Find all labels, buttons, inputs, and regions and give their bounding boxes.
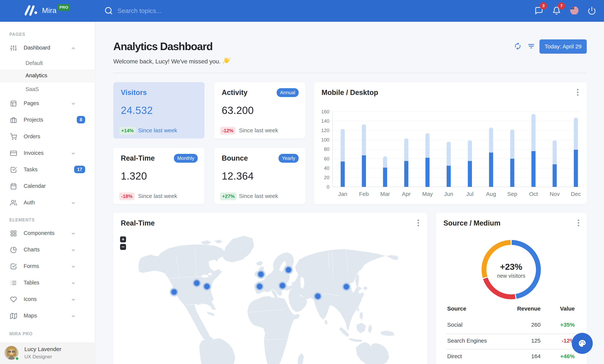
svg-text:20: 20 (324, 175, 329, 180)
svg-text:May: May (422, 191, 433, 197)
svg-text:Jun: Jun (444, 191, 453, 197)
svg-text:Aug: Aug (486, 191, 496, 197)
svg-text:100: 100 (321, 137, 329, 143)
svg-text:40: 40 (324, 165, 329, 171)
svg-text:Mar: Mar (380, 191, 390, 197)
svg-text:Dec: Dec (571, 191, 581, 197)
svg-text:Feb: Feb (359, 191, 369, 197)
svg-text:120: 120 (321, 128, 329, 133)
svg-text:Sep: Sep (507, 191, 517, 197)
svg-text:Jan: Jan (338, 191, 347, 197)
svg-text:Jul: Jul (466, 191, 473, 197)
svg-text:140: 140 (321, 118, 329, 124)
svg-text:Apr: Apr (402, 191, 411, 197)
svg-text:160: 160 (321, 109, 329, 114)
svg-text:new visitors: new visitors (497, 273, 525, 279)
svg-text:Nov: Nov (550, 191, 560, 197)
svg-text:80: 80 (324, 146, 329, 152)
svg-text:+23%: +23% (500, 262, 522, 272)
svg-text:60: 60 (324, 156, 329, 162)
svg-text:0: 0 (327, 184, 329, 190)
svg-text:Oct: Oct (529, 191, 538, 197)
